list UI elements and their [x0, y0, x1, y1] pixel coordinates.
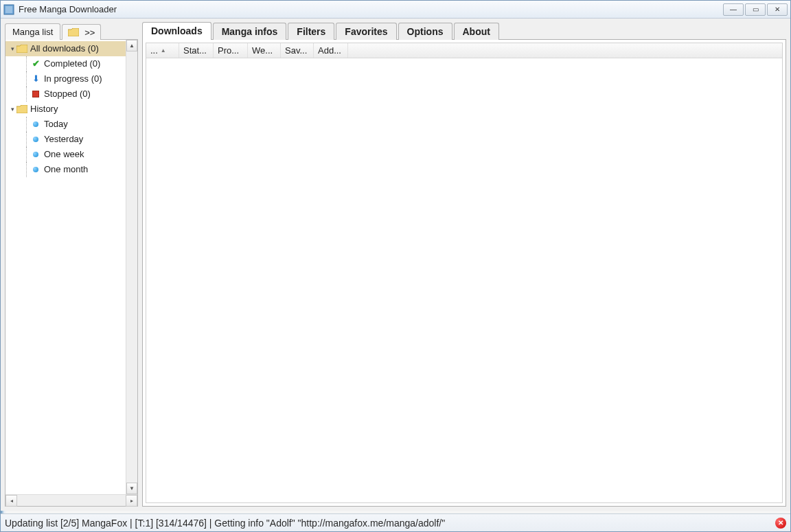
col-website[interactable]: We... [248, 43, 281, 58]
col-added[interactable]: Add... [314, 43, 348, 58]
window-controls: — ▭ ✕ [722, 3, 788, 16]
folder-icon [16, 104, 27, 115]
tree-history[interactable]: ▾ History [5, 102, 137, 117]
bullet-icon [30, 134, 41, 145]
tree-scroll: ▾ All downloads (0) ✔ Completed (0) [5, 40, 137, 494]
tab-favorites[interactable]: Favorites [336, 23, 396, 40]
statusbar: Updating list [2/5] MangaFox | [T:1] [31… [1, 513, 790, 531]
scroll-track[interactable] [17, 495, 126, 506]
sort-asc-icon: ▲ [161, 47, 166, 54]
close-button[interactable]: ✕ [767, 3, 788, 16]
tree-today[interactable]: Today [5, 117, 137, 132]
download-tree: ▾ All downloads (0) ✔ Completed (0) [5, 40, 137, 178]
tab-about[interactable]: About [454, 23, 499, 40]
tree-one-month[interactable]: One month [5, 162, 137, 177]
downloads-grid: ... ▲ Stat... Pro... We... Sav... Add... [146, 43, 783, 503]
window-title: Free Manga Downloader [19, 4, 722, 14]
col-label: ... [150, 45, 158, 56]
tab-filters[interactable]: Filters [288, 23, 334, 40]
tree-label: One week [44, 147, 84, 162]
folder-icon [68, 27, 79, 38]
col-progress[interactable]: Pro... [214, 43, 248, 58]
grid-body[interactable] [146, 58, 782, 502]
tab-folder-label: >> [84, 27, 95, 38]
tree-yesterday[interactable]: Yesterday [5, 132, 137, 147]
scroll-track[interactable] [126, 51, 137, 483]
main-area: Downloads Manga infos Filters Favorites … [142, 21, 786, 507]
tab-folder-browse[interactable]: >> [62, 24, 101, 40]
sidebar: Manga list >> ▾ [5, 21, 138, 507]
folder-icon [16, 43, 27, 54]
tab-downloads[interactable]: Downloads [142, 22, 211, 40]
titlebar: Free Manga Downloader — ▭ ✕ [1, 1, 790, 19]
scroll-right-icon[interactable]: ▸ [126, 495, 137, 507]
downloads-panel: ... ▲ Stat... Pro... We... Sav... Add... [142, 39, 786, 507]
scroll-up-icon[interactable]: ▲ [126, 40, 137, 51]
check-icon: ✔ [30, 58, 41, 69]
svg-rect-1 [5, 6, 12, 13]
tree-completed[interactable]: ✔ Completed (0) [5, 56, 137, 71]
scroll-left-icon[interactable]: ◂ [5, 495, 17, 507]
tree-hscrollbar[interactable]: ◂ ▸ [5, 494, 137, 506]
stop-icon [30, 89, 41, 100]
tree-label: All downloads (0) [30, 41, 99, 56]
tree-label: Today [44, 117, 68, 132]
error-icon[interactable]: ✕ [775, 518, 786, 529]
download-arrow-icon: ⬇ [30, 73, 41, 84]
grid-header: ... ▲ Stat... Pro... We... Sav... Add... [146, 43, 782, 58]
tree-label: In progress (0) [44, 71, 102, 86]
spacer [5, 507, 786, 511]
scroll-down-icon[interactable]: ▼ [126, 483, 137, 494]
bullet-icon [30, 149, 41, 160]
maximize-button[interactable]: ▭ [745, 3, 766, 16]
tree-label: Completed (0) [44, 56, 100, 71]
tab-manga-list[interactable]: Manga list [5, 23, 60, 40]
bullet-icon [30, 119, 41, 130]
main-split: Manga list >> ▾ [5, 21, 786, 507]
col-filler [348, 43, 782, 58]
main-tabs: Downloads Manga infos Filters Favorites … [142, 21, 786, 39]
app-icon [3, 4, 14, 15]
application-window: Free Manga Downloader — ▭ ✕ Manga list >… [0, 0, 791, 532]
sidebar-tabs: Manga list >> [5, 21, 138, 39]
tree-stopped[interactable]: Stopped (0) [5, 86, 137, 102]
tree-panel: ▾ All downloads (0) ✔ Completed (0) [5, 39, 138, 507]
tab-options[interactable]: Options [398, 23, 452, 40]
minimize-button[interactable]: — [723, 3, 744, 16]
col-index[interactable]: ... ▲ [146, 43, 179, 58]
col-status[interactable]: Stat... [179, 43, 214, 58]
tree-vscrollbar[interactable]: ▲ ▼ [126, 40, 137, 494]
expander-icon[interactable]: ▾ [8, 102, 16, 117]
col-saveto[interactable]: Sav... [281, 43, 314, 58]
tree-label: Yesterday [44, 132, 83, 147]
tab-manga-infos[interactable]: Manga infos [213, 23, 287, 40]
tree-in-progress[interactable]: ⬇ In progress (0) [5, 71, 137, 86]
client-area: Manga list >> ▾ [1, 19, 790, 511]
status-text: Updating list [2/5] MangaFox | [T:1] [31… [5, 518, 445, 529]
tree-one-week[interactable]: One week [5, 147, 137, 162]
tree-label: History [30, 102, 58, 117]
tree-label: One month [44, 162, 88, 177]
tree-all-downloads[interactable]: ▾ All downloads (0) [5, 41, 137, 56]
tree-label: Stopped (0) [44, 86, 91, 102]
expander-icon[interactable]: ▾ [8, 41, 16, 56]
bullet-icon [30, 164, 41, 175]
